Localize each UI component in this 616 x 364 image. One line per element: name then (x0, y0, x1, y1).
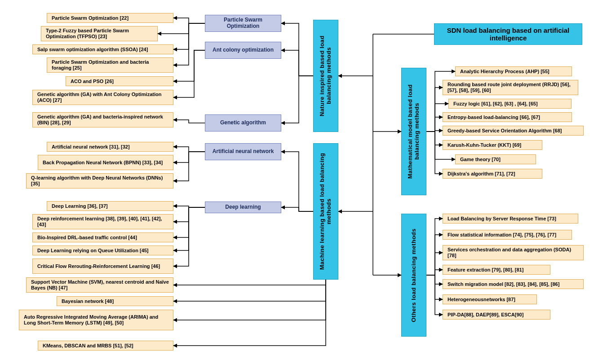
leaf-dl5: Critical Flow Rerouting-Reinforcement Le… (32, 259, 173, 274)
leaf-oth3: Services orchestration and data aggregat… (443, 245, 584, 260)
leaf-ann1: Artificial neural network [31], [32] (47, 142, 173, 152)
diagram-stage: SDN load balancing based on artificial i… (0, 0, 616, 364)
category-math: Mathematical model based load balancing … (401, 68, 426, 195)
leaf-dl1: Deep Learning [36], [37] (47, 201, 173, 211)
sub-ga: Genetic algorithm (205, 114, 281, 132)
sub-dl: Deep learning (205, 202, 281, 213)
category-others-label: Others load balancing methods (411, 228, 417, 322)
leaf-aco1: ACO and PSO [26] (66, 76, 173, 86)
leaf-pso3: Salp swarm optimization algorithm (SSOA)… (32, 44, 173, 54)
leaf-ann2: Back Propagation Neural Network (BPNN) [… (38, 155, 173, 170)
leaf-dl4: Deep Learning relying on Queue Utilizati… (32, 246, 173, 255)
category-nature: Nature inspired based load balancing met… (313, 20, 338, 132)
leaf-pso4: Particle Swarm Optimization and bacteria… (47, 57, 173, 73)
leaf-oth6: Heterogeneousnetworks [87] (443, 294, 537, 304)
category-ml-label: Machine learning based load balancing me… (319, 145, 332, 277)
sub-aco: Ant colony optimization (205, 42, 281, 59)
leaf-ml4: KMeans, DBSCAN and MRBS [51], [52] (38, 341, 173, 351)
leaf-math3: Fuzzy logic [61], [62], [63] , [64], [65… (448, 99, 572, 109)
category-ml: Machine learning based load balancing me… (313, 143, 338, 280)
leaf-ann3: Q-learning algorithm with Deep Neural Ne… (26, 173, 173, 189)
leaf-pso2: Type-2 Fuzzy based Particle Swarm Optimi… (41, 26, 158, 41)
category-nature-label: Nature inspired based load balancing met… (319, 22, 332, 130)
leaf-math7: Game theory [70] (455, 154, 536, 164)
leaf-oth5: Switch migration model [82], [83], [84],… (443, 279, 584, 289)
leaf-oth2: Flow statistical information [74], [75],… (443, 230, 572, 240)
leaf-oth7: PIP-DA[88], DAEP[89], ESCA[90] (443, 310, 550, 320)
leaf-math1: Analytic Hierarchy Process (AHP) [55] (455, 66, 572, 76)
sub-pso: Particle Swarm Optimization (205, 15, 281, 32)
leaf-math5: Greedy-based Service Orientation Algorit… (443, 126, 584, 136)
leaf-pso1: Particle Swarm Optimization [22] (47, 13, 173, 23)
leaf-math8: Dijkstra's algorithm [71], [72] (443, 169, 542, 179)
leaf-math2: Rounding based route joint deployment (R… (443, 80, 578, 95)
leaf-oth4: Feature extraction [79], [80], [81] (443, 265, 550, 275)
leaf-ga1: Genetic algorithm (GA) and bacteria-insp… (32, 112, 173, 127)
leaf-math6: Karush-Kuhn-Tucker (KKT) [69] (443, 140, 542, 150)
leaf-ml2: Bayesian network [48] (57, 296, 173, 306)
category-math-label: Mathematical model based load balancing … (407, 70, 421, 193)
leaf-oth1: Load Balancing by Server Response Time [… (443, 214, 578, 224)
leaf-ml1: Support Vector Machine (SVM), nearest ce… (26, 277, 173, 293)
leaf-math4: Entropy-based load-balancing [66], [67] (443, 112, 572, 122)
leaf-dl2: Deep reinforcement learning [38], [39], … (32, 214, 173, 229)
leaf-dl3: Bio-Inspired DRL-based traffic control [… (32, 232, 173, 242)
leaf-ml3: Auto Regressive Integrated Moving Averag… (19, 310, 173, 330)
leaf-aco2: Genetic algorithm (GA) with Ant Colony O… (32, 90, 173, 105)
sub-ann: Artificial neural network (205, 143, 281, 160)
root-title: SDN load balancing based on artificial i… (434, 23, 582, 45)
category-others: Others load balancing methods (401, 214, 426, 337)
